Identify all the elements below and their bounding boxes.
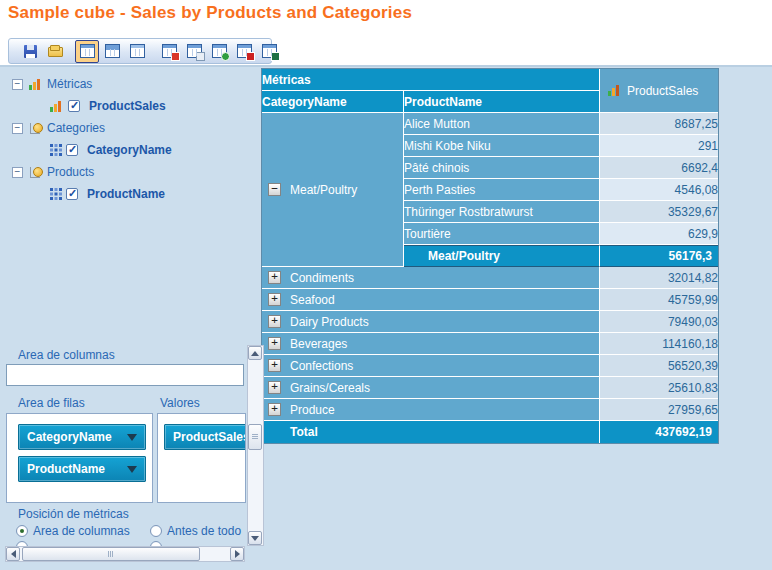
collapse-icon[interactable] — [12, 167, 23, 178]
checkbox[interactable] — [68, 100, 80, 112]
tree-item-metricas[interactable]: Métricas — [12, 75, 92, 93]
save-button[interactable] — [18, 40, 42, 63]
tree-item-products[interactable]: Products — [12, 163, 94, 181]
grid-field-icon — [50, 188, 62, 200]
table-row: Grains/Cereals 25610,83 — [262, 377, 718, 399]
horizontal-scroll-thumb[interactable] — [22, 547, 200, 561]
column-header-categoryname[interactable]: CategoryName — [262, 91, 404, 113]
export-data-red-icon — [162, 44, 177, 58]
radio-icon[interactable] — [150, 525, 162, 537]
dropdown-icon — [127, 466, 137, 473]
value-cell: 32014,82 — [600, 267, 718, 289]
collapse-icon[interactable] — [12, 79, 23, 90]
column-header-productname[interactable]: ProductName — [404, 91, 600, 113]
values-area-label: Valores — [160, 396, 200, 410]
expand-icon[interactable] — [268, 337, 281, 350]
subtotal-label: Meat/Poultry — [404, 245, 600, 267]
layout-flat-button[interactable] — [125, 40, 149, 63]
tree-item-categories[interactable]: Categories — [12, 119, 105, 137]
scroll-right-button[interactable] — [230, 547, 244, 561]
export-html-globe-icon — [212, 44, 227, 58]
group-label: Grains/Cereals — [290, 381, 370, 395]
field-button-productname[interactable]: ProductName — [18, 456, 146, 482]
table-row: Produce 27959,65 — [262, 399, 718, 421]
measures-position-label: Posición de métricas — [18, 507, 129, 521]
scroll-up-button[interactable] — [248, 346, 262, 360]
collapse-icon[interactable] — [12, 123, 23, 134]
arrow-left-icon — [11, 550, 16, 558]
tree-item-label: Products — [47, 165, 94, 179]
checkbox[interactable] — [66, 188, 78, 200]
arrow-right-icon — [235, 550, 240, 558]
radio-option-columns[interactable]: Area de columnas — [16, 524, 130, 538]
row-area-label: Area de filas — [18, 396, 85, 410]
values-area-box[interactable]: ProductSales — [157, 413, 246, 503]
expand-icon[interactable] — [268, 315, 281, 328]
radio-option-before-all[interactable]: Antes de todo — [150, 524, 241, 538]
column-area-label: Area de columnas — [18, 348, 115, 362]
field-button-label: ProductSales — [173, 430, 246, 444]
expand-icon[interactable] — [268, 403, 281, 416]
column-area-dropzone[interactable] — [6, 364, 244, 386]
subtotal-value: 56176,3 — [600, 245, 718, 267]
group-label: Seafood — [290, 293, 335, 307]
measures-header: Métricas — [262, 69, 600, 91]
expand-icon[interactable] — [268, 359, 281, 372]
field-button-categoryname[interactable]: CategoryName — [18, 424, 146, 450]
group-cell-produce: Produce — [262, 399, 600, 421]
group-label: Confections — [290, 359, 353, 373]
vertical-scroll-thumb[interactable] — [248, 424, 262, 450]
field-button-productsales[interactable]: ProductSales — [164, 424, 246, 450]
tree-item-productsales[interactable]: ProductSales — [50, 97, 166, 115]
collapse-icon[interactable] — [268, 183, 281, 196]
expand-icon[interactable] — [268, 381, 281, 394]
open-button[interactable] — [43, 40, 67, 63]
toolbar — [8, 38, 272, 64]
tree-item-label: ProductName — [87, 187, 165, 201]
product-cell: Mishi Kobe Niku — [404, 135, 600, 157]
value-cell: 79490,03 — [600, 311, 718, 333]
category-cell-meat-poultry: Meat/Poultry — [262, 113, 404, 267]
scroll-left-button[interactable] — [6, 547, 20, 561]
layout-grid-button[interactable] — [100, 40, 124, 63]
export-html-button[interactable] — [207, 40, 231, 63]
checkbox[interactable] — [66, 144, 78, 156]
product-cell: Pâté chinois — [404, 157, 600, 179]
table-row: Confections 56520,39 — [262, 355, 718, 377]
export-excel-icon — [262, 44, 277, 58]
layout-pivot-button[interactable] — [75, 40, 99, 63]
dimension-icon — [29, 122, 43, 135]
layout-grid-icon — [105, 44, 120, 58]
group-cell-confections: Confections — [262, 355, 600, 377]
product-cell: Tourtière — [404, 223, 600, 245]
content-area: Métricas ProductSales Categories Categor… — [0, 67, 772, 570]
export-report-button[interactable] — [182, 40, 206, 63]
table-row: Dairy Products 79490,03 — [262, 311, 718, 333]
group-cell-dairy-products: Dairy Products — [262, 311, 600, 333]
tree-item-label: ProductSales — [89, 99, 166, 113]
expand-icon[interactable] — [268, 293, 281, 306]
tree-item-productname[interactable]: ProductName — [50, 185, 165, 203]
product-cell: Alice Mutton — [404, 113, 600, 135]
radio-selected-icon[interactable] — [16, 525, 28, 537]
horizontal-scrollbar[interactable] — [5, 546, 245, 562]
export-report-icon — [187, 44, 202, 58]
expand-icon[interactable] — [268, 271, 281, 284]
value-column-header[interactable]: ProductSales — [600, 69, 718, 113]
group-cell-condiments: Condiments — [262, 267, 600, 289]
tree-item-categoryname[interactable]: CategoryName — [50, 141, 172, 159]
total-value: 437692,19 — [600, 421, 718, 443]
value-cell: 6692,4 — [600, 157, 718, 179]
vertical-scrollbar[interactable] — [247, 345, 264, 546]
table-row: Condiments 32014,82 — [262, 267, 718, 289]
export-pdf-button[interactable] — [232, 40, 256, 63]
value-cell: 291 — [600, 135, 718, 157]
total-label: Total — [262, 421, 600, 443]
table-row: Seafood 45759,99 — [262, 289, 718, 311]
export-data-button[interactable] — [157, 40, 181, 63]
tree-item-label: CategoryName — [87, 143, 172, 157]
scroll-down-button[interactable] — [248, 531, 262, 545]
radio-label: Antes de todo — [167, 524, 241, 538]
bar-chart-icon — [50, 101, 64, 112]
export-excel-button[interactable] — [257, 40, 281, 63]
